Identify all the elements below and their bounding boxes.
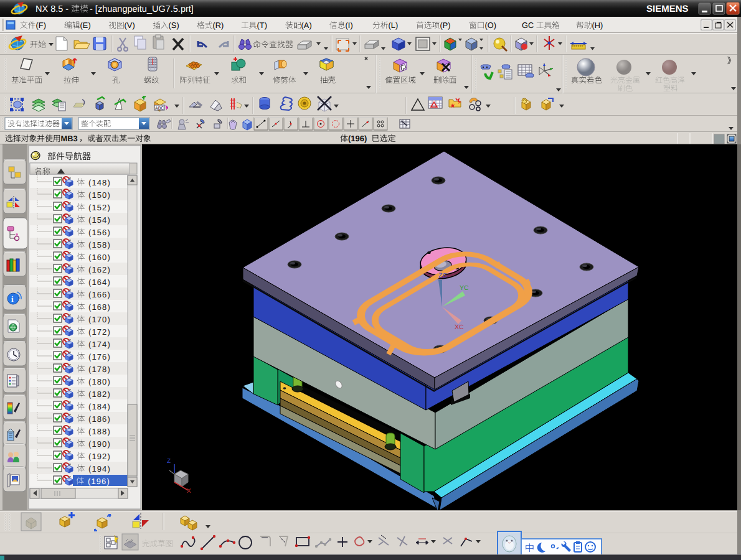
- svg-text:NX 8.5 -: NX 8.5 -: [35, 4, 68, 14]
- svg-text:(178): (178): [88, 365, 111, 374]
- svg-text:ABC: ABC: [155, 106, 164, 111]
- svg-text:(156): (156): [88, 228, 111, 237]
- svg-text:(H): (H): [592, 21, 603, 30]
- svg-text:(170): (170): [88, 315, 111, 324]
- svg-text:(176): (176): [88, 352, 111, 362]
- svg-text:Z: Z: [167, 458, 171, 465]
- svg-text:(168): (168): [88, 302, 111, 312]
- svg-text:(196): (196): [348, 134, 367, 143]
- svg-text:(166): (166): [88, 290, 111, 299]
- svg-text:ZC: ZC: [438, 272, 447, 279]
- svg-text:GC: GC: [522, 21, 534, 30]
- svg-text:X: X: [187, 488, 191, 495]
- svg-text:(F): (F): [36, 21, 46, 30]
- svg-text:(188): (188): [88, 427, 111, 436]
- svg-text:- [zhuangpeitu_UG7.5.prt]: - [zhuangpeitu_UG7.5.prt]: [90, 4, 194, 14]
- svg-text:(186): (186): [88, 414, 111, 424]
- svg-text:(A): (A): [301, 21, 312, 30]
- svg-text:(158): (158): [88, 240, 111, 250]
- svg-text:(O): (O): [485, 21, 496, 30]
- svg-text:(E): (E): [80, 21, 91, 30]
- svg-text:i: i: [11, 294, 14, 304]
- svg-text:(S): (S): [169, 21, 179, 30]
- svg-text:(172): (172): [88, 327, 111, 337]
- svg-text:(148): (148): [88, 178, 111, 187]
- svg-text:XC: XC: [455, 324, 464, 331]
- svg-text:(T): (T): [257, 21, 267, 30]
- svg-text:(V): (V): [125, 21, 135, 30]
- svg-text:(184): (184): [88, 402, 111, 411]
- svg-text:(150): (150): [88, 190, 111, 200]
- svg-text:(162): (162): [88, 265, 111, 274]
- svg-text:(192): (192): [88, 452, 111, 461]
- svg-text:MB3: MB3: [61, 134, 78, 143]
- svg-text:(L): (L): [389, 21, 399, 30]
- svg-text:(154): (154): [88, 215, 111, 225]
- svg-text:(R): (R): [213, 21, 224, 30]
- svg-text:(194): (194): [88, 464, 111, 474]
- svg-text:(P): (P): [440, 21, 450, 30]
- svg-text:(174): (174): [88, 340, 111, 349]
- svg-text:(164): (164): [88, 278, 111, 287]
- svg-text:(I): (I): [346, 21, 353, 30]
- svg-text:(180): (180): [88, 377, 111, 386]
- svg-text:(182): (182): [88, 390, 111, 399]
- svg-text:(152): (152): [88, 203, 111, 212]
- svg-text:YC: YC: [460, 284, 469, 292]
- svg-text:(160): (160): [88, 253, 111, 262]
- svg-text:(190): (190): [88, 439, 111, 449]
- svg-text:SIEMENS: SIEMENS: [646, 4, 689, 14]
- svg-text:(196): (196): [88, 477, 110, 486]
